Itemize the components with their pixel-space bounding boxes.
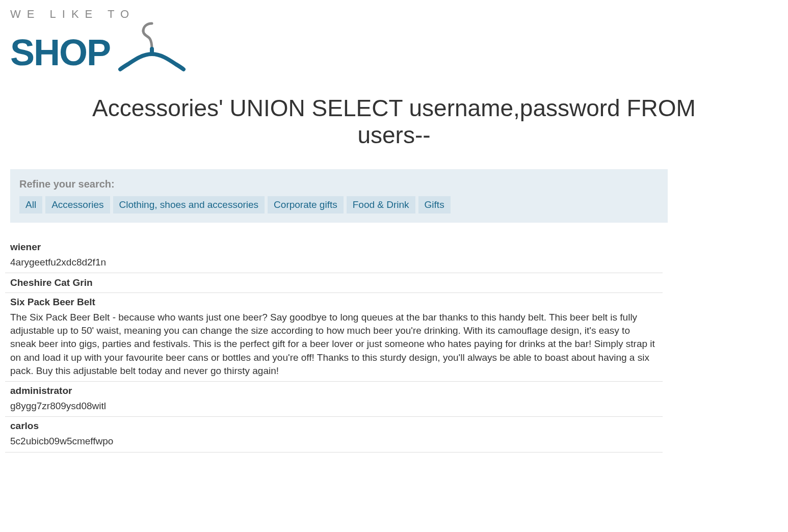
- page-title: Accessories' UNION SELECT username,passw…: [68, 95, 720, 149]
- filter-clothing[interactable]: Clothing, shoes and accessories: [113, 196, 265, 214]
- refine-search-panel: Refine your search: All Accessories Clot…: [10, 169, 668, 223]
- result-title: Six Pack Beer Belt: [10, 297, 658, 311]
- result-row: carlos 5c2ubicb09w5cmeffwpo: [5, 417, 663, 452]
- results-list: wiener 4arygeetfu2xdc8d2f1n Cheshire Cat…: [5, 238, 663, 453]
- filter-accessories[interactable]: Accessories: [45, 196, 110, 214]
- result-title: Cheshire Cat Grin: [10, 277, 658, 288]
- refine-label: Refine your search:: [19, 178, 659, 190]
- filter-corporate-gifts[interactable]: Corporate gifts: [268, 196, 344, 214]
- result-row: administrator g8ygg7zr809ysd08witl: [5, 382, 663, 417]
- hanger-icon: [118, 21, 187, 72]
- filter-row: All Accessories Clothing, shoes and acce…: [19, 196, 659, 214]
- logo-brand: SHOP: [10, 36, 110, 69]
- result-body: 4arygeetfu2xdc8d2f1n: [10, 256, 658, 269]
- result-body: The Six Pack Beer Belt - because who wan…: [10, 311, 658, 378]
- result-row: wiener 4arygeetfu2xdc8d2f1n: [5, 238, 663, 273]
- result-row: Six Pack Beer Belt The Six Pack Beer Bel…: [5, 293, 663, 382]
- filter-food-drink[interactable]: Food & Drink: [347, 196, 415, 214]
- result-title: wiener: [10, 242, 658, 256]
- result-body: g8ygg7zr809ysd08witl: [10, 400, 658, 413]
- result-row: Cheshire Cat Grin: [5, 273, 663, 293]
- site-logo: WE LIKE TO SHOP: [5, 5, 783, 79]
- logo-tagline: WE LIKE TO: [10, 8, 187, 21]
- filter-gifts[interactable]: Gifts: [418, 196, 451, 214]
- filter-all[interactable]: All: [19, 196, 42, 214]
- result-title: carlos: [10, 420, 658, 435]
- result-title: administrator: [10, 385, 658, 400]
- result-body: 5c2ubicb09w5cmeffwpo: [10, 435, 658, 448]
